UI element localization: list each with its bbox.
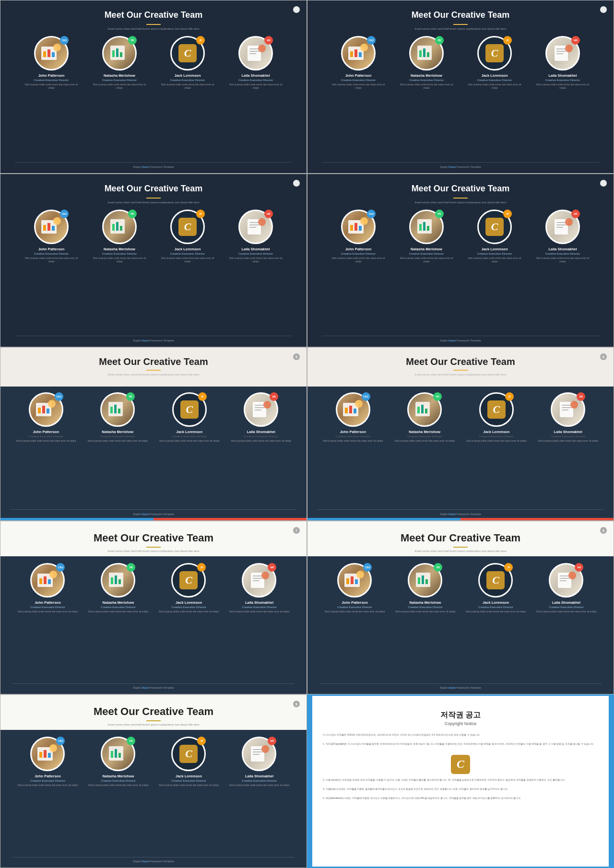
member-desc-pr-7: Sed ut persp iciatis unde omnis iste nat… bbox=[88, 610, 148, 613]
member-desc-jp-6: Sed ut persp iciatis unde omnis iste nat… bbox=[466, 439, 526, 443]
svg-rect-66 bbox=[255, 405, 264, 406]
member-name-hr-7: Laila Shomakhel bbox=[245, 600, 273, 605]
badge-ceo-4: CEO bbox=[367, 210, 376, 218]
member-name-ceo-8: John Patterson bbox=[342, 600, 368, 605]
team-member-pr-2: PR Natasha Merishow Creative Executive D… bbox=[397, 36, 457, 90]
member-name-ceo-9: John Patterson bbox=[35, 774, 61, 778]
copyright-c-logo: C bbox=[451, 755, 470, 774]
team-member-pr-6: PR Natasha Merishow Creative Executive D… bbox=[393, 392, 456, 443]
badge-jp-3: JP bbox=[196, 210, 205, 218]
avatar-ceo-5: CEO bbox=[29, 392, 63, 427]
team-member-hr-5: HR Laila Shomakhel Creative Executive Di… bbox=[229, 392, 293, 443]
badge-hr-6: HR bbox=[577, 392, 585, 401]
badge-jp-5: JP bbox=[198, 392, 207, 401]
member-name-pr-5: Natasha Merishow bbox=[102, 430, 133, 434]
member-role-pr-5: Creative Executive Director bbox=[100, 435, 135, 438]
slide-dot-3 bbox=[293, 180, 300, 187]
badge-ceo-7: CEO bbox=[56, 563, 65, 572]
svg-rect-82 bbox=[562, 410, 568, 411]
svg-rect-15 bbox=[350, 51, 353, 57]
avatar-ceo-3: CEO bbox=[34, 210, 69, 244]
c-logo-8: C bbox=[486, 571, 505, 589]
slide-9-footer: Digital Utopia Powerpoint Template bbox=[12, 857, 295, 863]
member-name-jp-5: Jack Loremson bbox=[176, 430, 202, 434]
slide-4-divider bbox=[453, 198, 468, 199]
slide-9-subtitle: Insert some short and brief lorem ipsum … bbox=[20, 723, 287, 726]
avatar-pr-7: PR bbox=[101, 563, 135, 598]
member-name-pr-7: Natasha Merishow bbox=[103, 600, 134, 605]
member-desc-pr-5: Sed ut persp iciatis unde omnis iste nat… bbox=[88, 439, 148, 443]
c-logo-9: C bbox=[179, 745, 198, 763]
team-member-jp-2: C JP Jack Loremson Creative Executive Di… bbox=[465, 36, 525, 90]
member-role-jp-2: Creative Executive Director bbox=[477, 79, 512, 82]
svg-rect-119 bbox=[115, 749, 117, 758]
svg-rect-52 bbox=[556, 222, 566, 223]
member-desc-hr-6: Sed ut persp iciatis unde omnis iste nat… bbox=[538, 439, 598, 443]
svg-rect-6 bbox=[112, 50, 115, 57]
slide-6-footer: Digital Utopia Powerpoint Template bbox=[317, 509, 604, 516]
member-role-pr-3: Creative Executive Director bbox=[102, 252, 137, 255]
svg-rect-101 bbox=[355, 579, 358, 584]
member-desc-jp-9: Sed ut persp iciatis unde omnis iste nat… bbox=[159, 784, 219, 787]
slide-5-footer: Digital Utopia Powerpoint Template bbox=[10, 509, 297, 516]
svg-rect-8 bbox=[120, 52, 122, 57]
svg-rect-10 bbox=[249, 48, 259, 49]
svg-rect-100 bbox=[351, 576, 354, 584]
c-logo-7: C bbox=[179, 571, 198, 589]
avatar-ceo-6: CEO bbox=[336, 392, 370, 427]
svg-rect-80 bbox=[562, 405, 571, 406]
badge-jp-8: JP bbox=[504, 563, 513, 572]
member-role-ceo-6: Creative Executive Director bbox=[335, 435, 370, 438]
member-role-ceo-5: Creative Executive Director bbox=[28, 435, 63, 438]
slide-num-7: 7 bbox=[293, 527, 300, 534]
badge-jp-2: JP bbox=[503, 36, 512, 45]
svg-rect-22 bbox=[427, 52, 429, 57]
member-role-pr-4: Creative Executive Director bbox=[409, 252, 444, 255]
svg-rect-2 bbox=[47, 49, 50, 57]
member-name-pr-3: Natasha Merishow bbox=[104, 247, 135, 251]
avatar-pr-5: PR bbox=[100, 392, 135, 427]
badge-hr-3: HR bbox=[264, 210, 273, 218]
slide-9: 9 Meet Our Creative Team Insert some sho… bbox=[0, 694, 307, 868]
avatar-hr-4: HR bbox=[545, 210, 580, 244]
member-desc-pr-1: Sed ut persp iciatis unde omnis iste nat… bbox=[90, 83, 150, 90]
slide-8-subtitle: Insert some short and brief lorem ipsum … bbox=[327, 550, 594, 552]
svg-point-125 bbox=[261, 745, 269, 753]
member-role-ceo-2: Creative Executive Director bbox=[341, 79, 376, 82]
avatar-jp-7: C JP bbox=[171, 563, 206, 598]
slide-dot-4 bbox=[600, 180, 607, 187]
svg-point-116 bbox=[49, 744, 57, 752]
slide-dot-2 bbox=[600, 6, 607, 13]
team-member-ceo-4: CEO John Patterson Creative Executive Di… bbox=[329, 210, 389, 263]
svg-rect-87 bbox=[48, 579, 51, 584]
avatar-hr-6: HR bbox=[551, 392, 585, 427]
svg-rect-96 bbox=[253, 580, 260, 581]
avatar-hr-2: HR bbox=[545, 36, 580, 70]
member-name-jp-7: Jack Loremson bbox=[176, 600, 202, 605]
member-desc-pr-6: Sed ut persp iciatis unde omnis iste nat… bbox=[395, 439, 455, 443]
badge-hr-2: HR bbox=[571, 36, 580, 45]
member-desc-hr-7: Sed ut persp iciatis unde omnis iste nat… bbox=[229, 610, 289, 613]
member-name-ceo-2: John Patterson bbox=[345, 73, 372, 78]
team-member-ceo-2: CEO John Patterson Creative Executive Di… bbox=[329, 36, 389, 90]
team-member-ceo-9: CEO John Patterson Creative Executive Di… bbox=[17, 737, 79, 857]
team-row-3: CEO John Patterson Creative Executive Di… bbox=[15, 210, 292, 336]
slide-8-footer: Digital Utopia Powerpoint Template bbox=[319, 683, 602, 689]
svg-point-13 bbox=[258, 45, 266, 52]
member-name-jp-8: Jack Loremson bbox=[483, 600, 509, 605]
svg-rect-1 bbox=[43, 51, 46, 57]
svg-rect-12 bbox=[249, 53, 256, 54]
member-name-ceo-7: John Patterson bbox=[35, 600, 61, 605]
badge-pr-2: PR bbox=[435, 36, 444, 45]
svg-rect-78 bbox=[425, 409, 427, 413]
slide-8: 8 Meet Our Creative Team Insert some sho… bbox=[307, 521, 614, 694]
footer-text-1: Digital Utopia Powerpoint Template bbox=[133, 165, 174, 168]
svg-point-69 bbox=[263, 401, 271, 409]
member-desc-ceo-2: Sed ut persp iciatis unde omnis iste nat… bbox=[329, 83, 389, 90]
avatar-ceo-4: CEO bbox=[341, 210, 376, 244]
member-name-hr-1: Laila Shomakhel bbox=[241, 73, 270, 78]
member-desc-ceo-6: Sed ut persp iciatis unde omnis iste nat… bbox=[323, 439, 383, 443]
slide-4-subtitle: Insert some short and brief lorem ipsum … bbox=[414, 201, 506, 204]
avatar-ceo-2: CEO bbox=[341, 36, 376, 70]
team-member-jp-6: C JP Jack Loremson Creative Executive Di… bbox=[465, 392, 528, 443]
